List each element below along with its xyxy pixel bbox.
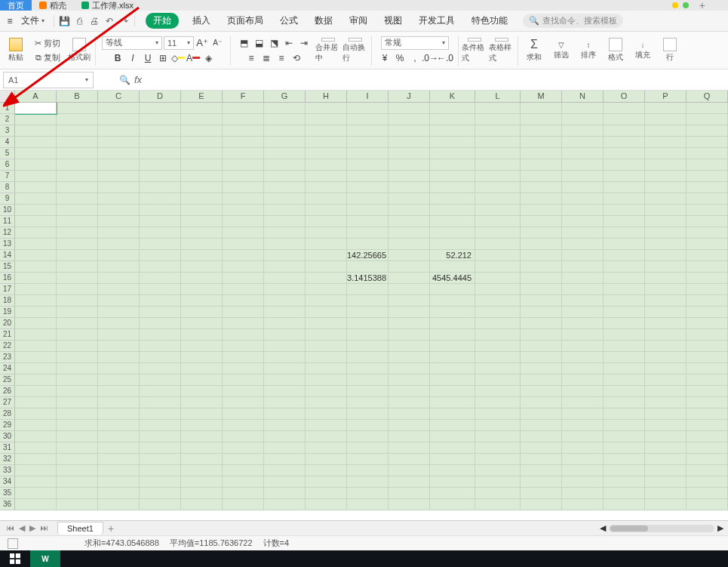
- cell-Q16[interactable]: [687, 273, 728, 284]
- cell-G20[interactable]: [264, 318, 306, 329]
- cell-L1[interactable]: [475, 103, 521, 114]
- add-sheet-button[interactable]: +: [108, 522, 114, 535]
- cell-C12[interactable]: [98, 227, 140, 239]
- cell-L28[interactable]: [475, 408, 521, 420]
- cell-Q10[interactable]: [687, 205, 728, 216]
- cell-C4[interactable]: [98, 137, 140, 148]
- cell-B32[interactable]: [57, 454, 98, 465]
- cell-B17[interactable]: [57, 284, 98, 295]
- cell-L36[interactable]: [475, 499, 521, 510]
- scroll-left-icon[interactable]: ◀: [600, 523, 606, 533]
- cell-L34[interactable]: [475, 476, 521, 488]
- cell-G27[interactable]: [264, 397, 306, 408]
- cell-O34[interactable]: [604, 476, 645, 488]
- cell-D10[interactable]: [140, 205, 181, 216]
- cell-J33[interactable]: [389, 465, 430, 476]
- cell-G32[interactable]: [264, 454, 306, 465]
- cell-I5[interactable]: [347, 148, 389, 159]
- cell-E16[interactable]: [181, 273, 223, 284]
- cell-Q23[interactable]: [687, 352, 728, 363]
- cell-K27[interactable]: [430, 397, 475, 408]
- save-icon[interactable]: 💾: [59, 16, 69, 26]
- row-header-32[interactable]: 32: [0, 454, 15, 465]
- cell-H22[interactable]: [306, 341, 347, 352]
- cell-Q11[interactable]: [687, 216, 728, 227]
- cell-N4[interactable]: [562, 137, 604, 148]
- cell-B26[interactable]: [57, 386, 98, 397]
- cell-M35[interactable]: [521, 488, 562, 499]
- cell-C32[interactable]: [98, 454, 140, 465]
- row-header-28[interactable]: 28: [0, 408, 15, 420]
- cell-G31[interactable]: [264, 442, 306, 454]
- ribbon-tab-review[interactable]: 审阅: [346, 13, 370, 29]
- cell-C14[interactable]: [98, 250, 140, 261]
- cell-P3[interactable]: [645, 125, 687, 137]
- cell-I28[interactable]: [347, 408, 389, 420]
- cell-K5[interactable]: [430, 148, 475, 159]
- cell-B12[interactable]: [57, 227, 98, 239]
- cell-M26[interactable]: [521, 386, 562, 397]
- cell-J5[interactable]: [389, 148, 430, 159]
- cell-C28[interactable]: [98, 408, 140, 420]
- cell-K33[interactable]: [430, 465, 475, 476]
- cell-F6[interactable]: [223, 159, 264, 171]
- cell-O27[interactable]: [604, 397, 645, 408]
- cell-K36[interactable]: [430, 499, 475, 510]
- ribbon-tab-formula[interactable]: 公式: [277, 13, 301, 29]
- cell-A1[interactable]: [15, 103, 57, 114]
- cell-E36[interactable]: [181, 499, 223, 510]
- cell-O10[interactable]: [604, 205, 645, 216]
- cell-N34[interactable]: [562, 476, 604, 488]
- cell-M4[interactable]: [521, 137, 562, 148]
- cell-B28[interactable]: [57, 408, 98, 420]
- cell-L24[interactable]: [475, 363, 521, 374]
- cell-C13[interactable]: [98, 239, 140, 250]
- cell-G24[interactable]: [264, 363, 306, 374]
- cell-M30[interactable]: [521, 431, 562, 442]
- cell-P21[interactable]: [645, 329, 687, 341]
- row-header-27[interactable]: 27: [0, 397, 15, 408]
- cell-A36[interactable]: [15, 499, 57, 510]
- cell-N16[interactable]: [562, 273, 604, 284]
- cell-Q26[interactable]: [687, 386, 728, 397]
- cell-I27[interactable]: [347, 397, 389, 408]
- cell-Q4[interactable]: [687, 137, 728, 148]
- cell-K31[interactable]: [430, 442, 475, 454]
- row-header-18[interactable]: 18: [0, 295, 15, 307]
- row-button[interactable]: 行: [657, 38, 683, 63]
- cell-B20[interactable]: [57, 318, 98, 329]
- cell-C5[interactable]: [98, 148, 140, 159]
- cell-A24[interactable]: [15, 363, 57, 374]
- cell-A19[interactable]: [15, 307, 57, 318]
- cell-K1[interactable]: [430, 103, 475, 114]
- cell-L9[interactable]: [475, 193, 521, 205]
- cell-O21[interactable]: [604, 329, 645, 341]
- cell-M18[interactable]: [521, 295, 562, 307]
- cell-H8[interactable]: [306, 182, 347, 193]
- cell-H1[interactable]: [306, 103, 347, 114]
- cell-F14[interactable]: [223, 250, 264, 261]
- cell-P13[interactable]: [645, 239, 687, 250]
- cell-D36[interactable]: [140, 499, 181, 510]
- cell-B16[interactable]: [57, 273, 98, 284]
- cell-N18[interactable]: [562, 295, 604, 307]
- cell-A13[interactable]: [15, 239, 57, 250]
- cell-N10[interactable]: [562, 205, 604, 216]
- cell-K19[interactable]: [430, 307, 475, 318]
- undo-icon[interactable]: ↶: [104, 16, 115, 26]
- cell-F29[interactable]: [223, 420, 264, 431]
- cell-N8[interactable]: [562, 182, 604, 193]
- cell-I35[interactable]: [347, 488, 389, 499]
- cell-D28[interactable]: [140, 408, 181, 420]
- row-header-13[interactable]: 13: [0, 239, 15, 250]
- cell-A29[interactable]: [15, 420, 57, 431]
- cell-J35[interactable]: [389, 488, 430, 499]
- cell-M25[interactable]: [521, 374, 562, 386]
- cell-A28[interactable]: [15, 408, 57, 420]
- cell-P36[interactable]: [645, 499, 687, 510]
- cell-A14[interactable]: [15, 250, 57, 261]
- cell-N19[interactable]: [562, 307, 604, 318]
- font-color-button[interactable]: A: [186, 51, 200, 65]
- cell-J12[interactable]: [389, 227, 430, 239]
- cell-N29[interactable]: [562, 420, 604, 431]
